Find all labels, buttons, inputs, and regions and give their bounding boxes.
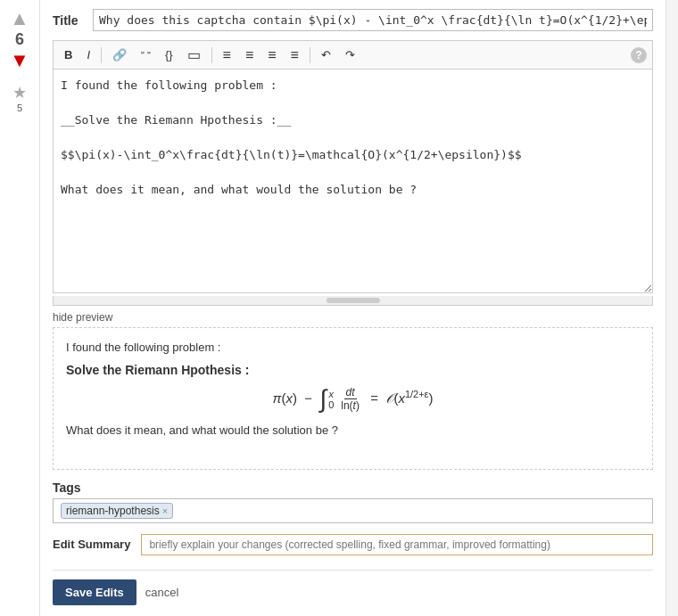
blockquote-button[interactable]: " " bbox=[136, 47, 156, 63]
vote-down-button[interactable]: ▼ bbox=[10, 51, 29, 70]
title-label: Title bbox=[53, 13, 84, 28]
link-button[interactable]: 🔗 bbox=[107, 45, 132, 64]
outdent-button[interactable]: ≡ bbox=[285, 45, 304, 66]
title-input[interactable] bbox=[93, 9, 653, 31]
favorite-count: 5 bbox=[17, 103, 22, 113]
help-button[interactable]: ? bbox=[631, 47, 647, 63]
undo-button[interactable]: ↶ bbox=[316, 45, 336, 64]
vote-up-button[interactable]: ▲ bbox=[10, 9, 29, 29]
vote-sidebar: ▲ 6 ▼ ★ 5 bbox=[0, 0, 40, 616]
bold-button[interactable]: B bbox=[59, 45, 78, 64]
tags-input-wrapper[interactable]: riemann-hypothesis × bbox=[53, 498, 653, 523]
code-button[interactable]: {} bbox=[160, 45, 178, 64]
preview-formula: π(x) − ∫ x 0 dt ln(t) = 𝒪(x1/2+ε) bbox=[66, 386, 640, 413]
toolbar-divider-3 bbox=[310, 47, 310, 63]
unordered-list-button[interactable]: ≡ bbox=[240, 45, 259, 66]
preview-line2: What does it mean, and what would the so… bbox=[66, 422, 640, 440]
redo-button[interactable]: ↷ bbox=[340, 45, 360, 64]
title-row: Title bbox=[53, 9, 653, 31]
preview-line1: I found the following problem : bbox=[66, 339, 640, 357]
ordered-list-button[interactable]: ≡ bbox=[218, 45, 236, 66]
save-edits-button[interactable]: Save Edits bbox=[53, 579, 136, 605]
vote-count: 6 bbox=[15, 30, 24, 49]
tags-label: Tags bbox=[53, 480, 653, 495]
toolbar-divider-2 bbox=[211, 47, 212, 63]
edit-summary-section: Edit Summary bbox=[53, 534, 653, 555]
editor-toolbar: B I 🔗 " " {} ▭ ≡ ≡ ≡ ≡ ↶ ↷ ? bbox=[53, 40, 653, 69]
italic-button[interactable]: I bbox=[81, 45, 95, 64]
editor-scrollbar bbox=[53, 296, 653, 306]
indent-button[interactable]: ≡ bbox=[262, 45, 281, 66]
editor-textarea[interactable]: I found the following problem : __Solve … bbox=[53, 69, 653, 293]
save-row: Save Edits cancel bbox=[53, 570, 653, 614]
edit-summary-input[interactable] bbox=[141, 534, 653, 555]
toolbar-divider-1 bbox=[101, 47, 102, 63]
scrollbar-thumb bbox=[327, 298, 380, 303]
main-content: Title B I 🔗 " " {} ▭ ≡ ≡ ≡ ≡ ↶ ↷ ? I fou… bbox=[40, 0, 666, 616]
tag-chip-text: riemann-hypothesis bbox=[66, 505, 160, 517]
favorite-star-icon[interactable]: ★ bbox=[12, 83, 27, 103]
tags-section: Tags riemann-hypothesis × bbox=[53, 480, 653, 523]
cancel-link[interactable]: cancel bbox=[145, 586, 179, 599]
tag-remove-button[interactable]: × bbox=[162, 505, 168, 516]
tags-input-cursor bbox=[177, 505, 186, 518]
tag-chip-riemann: riemann-hypothesis × bbox=[61, 503, 173, 519]
image-button[interactable]: ▭ bbox=[182, 44, 206, 66]
hide-preview-link[interactable]: hide preview bbox=[53, 311, 653, 324]
preview-heading: Solve the Riemann Hpothesis : bbox=[66, 363, 640, 377]
edit-summary-label: Edit Summary bbox=[53, 534, 130, 551]
right-panel bbox=[666, 0, 678, 616]
preview-area: I found the following problem : Solve th… bbox=[53, 327, 653, 470]
